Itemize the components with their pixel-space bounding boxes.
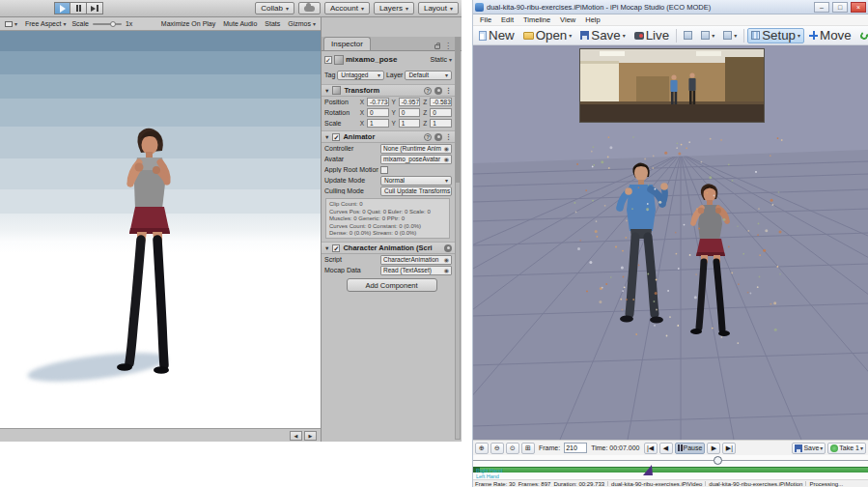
play-button[interactable] bbox=[54, 2, 70, 14]
foldout-icon[interactable]: ▼ bbox=[324, 134, 329, 140]
live-button[interactable]: Live bbox=[630, 28, 673, 43]
help-icon[interactable]: ? bbox=[424, 133, 432, 141]
tab-menu-icon[interactable]: ⋮ bbox=[444, 42, 452, 50]
gizmos-dropdown[interactable]: Gizmos▾ bbox=[286, 18, 318, 30]
culling-mode-dropdown[interactable]: Cull Update Transforms▾ bbox=[380, 186, 452, 196]
menu-dots-icon[interactable]: ⋮ bbox=[445, 87, 452, 95]
layout-dropdown[interactable]: Layout▾ bbox=[418, 2, 459, 14]
help-icon[interactable]: ? bbox=[424, 87, 432, 95]
step-button[interactable] bbox=[87, 2, 103, 14]
rotation-x-field[interactable]: 0 bbox=[367, 108, 389, 117]
scale-x-field[interactable]: 1 bbox=[367, 119, 389, 128]
game-viewport[interactable] bbox=[0, 31, 321, 428]
view-option-button[interactable] bbox=[680, 28, 696, 43]
avatar-object-field[interactable]: mixamo_poseAvatar◉ bbox=[380, 155, 452, 164]
script-enabled-checkbox[interactable]: ✓ bbox=[332, 244, 340, 252]
frame-input[interactable] bbox=[564, 443, 587, 453]
step-back-button[interactable]: ◀ bbox=[659, 443, 673, 454]
menu-dots-icon[interactable]: ⋮ bbox=[445, 133, 452, 141]
layers-dropdown[interactable]: Layers▾ bbox=[374, 2, 414, 14]
display-mode-dropdown[interactable]: ▾ bbox=[719, 28, 741, 43]
character-animation-component-header[interactable]: ▼ ✓ Character Animation (Scri bbox=[322, 242, 455, 254]
save-button[interactable]: Save▾ bbox=[576, 28, 629, 43]
display-dropdown[interactable]: ▾ bbox=[3, 18, 19, 30]
scale-slider[interactable] bbox=[93, 23, 122, 25]
tab-inspector[interactable]: Inspector bbox=[323, 37, 371, 50]
scale-slider-knob[interactable] bbox=[110, 21, 116, 27]
fit-view-icon[interactable]: ⊞ bbox=[521, 443, 535, 454]
script-object-field[interactable]: CharacterAnimation◉ bbox=[380, 255, 452, 265]
position-x-field[interactable]: -0.7734 bbox=[367, 98, 389, 106]
zoom-region-icon[interactable]: ⊙ bbox=[506, 443, 519, 454]
layer-dropdown[interactable]: Default▾ bbox=[405, 71, 452, 80]
root-motion-checkbox[interactable] bbox=[380, 166, 388, 174]
minimize-button[interactable]: – bbox=[814, 2, 829, 13]
menu-help[interactable]: Help bbox=[580, 15, 604, 24]
go-to-start-button[interactable]: |◀ bbox=[644, 443, 658, 454]
title-bar[interactable]: dual-kita-90-ribu-exercises.iPiMotion - … bbox=[473, 0, 868, 14]
menu-view[interactable]: View bbox=[555, 15, 580, 24]
maximize-button[interactable]: □ bbox=[832, 2, 848, 13]
setup-button[interactable]: Setup▾ bbox=[747, 28, 804, 43]
rotation-z-field[interactable]: 0 bbox=[430, 108, 452, 117]
collab-dropdown[interactable]: Collab▾ bbox=[255, 2, 294, 14]
gear-icon[interactable] bbox=[434, 133, 442, 141]
object-picker-icon[interactable]: ◉ bbox=[444, 145, 449, 152]
tag-dropdown[interactable]: Untagged▾ bbox=[337, 71, 384, 80]
scale-z-field[interactable]: 1 bbox=[430, 119, 452, 128]
foldout-icon[interactable]: ▼ bbox=[324, 88, 329, 94]
pause-button[interactable]: Pause bbox=[675, 443, 706, 454]
timeline-track-bar[interactable] bbox=[473, 467, 868, 473]
controller-object-field[interactable]: None (Runtime Anim◉ bbox=[380, 144, 452, 154]
maximize-on-play-toggle[interactable]: Maximize On Play bbox=[159, 18, 217, 30]
gear-icon[interactable] bbox=[434, 87, 442, 95]
object-picker-icon[interactable]: ◉ bbox=[444, 267, 449, 273]
scale-y-field[interactable]: 1 bbox=[399, 119, 421, 128]
add-component-button[interactable]: Add Component bbox=[347, 278, 437, 292]
save-take-button[interactable]: Save▾ bbox=[792, 443, 826, 454]
scrollbar-thumb[interactable] bbox=[456, 38, 460, 183]
rotation-y-field[interactable]: 0 bbox=[399, 108, 421, 117]
stats-toggle[interactable]: Stats bbox=[263, 18, 282, 30]
active-checkbox[interactable]: ✓ bbox=[324, 56, 332, 64]
lock-icon[interactable] bbox=[434, 44, 440, 49]
background-dropdown[interactable]: ▾ bbox=[697, 28, 718, 43]
prev-icon[interactable]: ◀ bbox=[290, 431, 302, 441]
menu-timeline[interactable]: Timeline bbox=[518, 15, 555, 24]
3d-viewport[interactable] bbox=[473, 45, 868, 440]
zoom-in-icon[interactable]: ⊕ bbox=[475, 443, 489, 454]
timeline-marker[interactable] bbox=[643, 465, 657, 475]
move-button[interactable]: Move bbox=[805, 28, 855, 43]
menu-edit[interactable]: Edit bbox=[496, 15, 518, 24]
account-dropdown[interactable]: Account▾ bbox=[324, 2, 370, 14]
take-dropdown[interactable]: Take 1▾ bbox=[827, 443, 866, 454]
aspect-dropdown[interactable]: Free Aspect▾ bbox=[23, 18, 68, 30]
gear-icon[interactable] bbox=[444, 244, 452, 252]
menu-file[interactable]: File bbox=[475, 15, 496, 24]
rotate-button[interactable]: Rotate bbox=[856, 28, 868, 43]
timeline-scrub-handle[interactable] bbox=[714, 456, 722, 465]
object-picker-icon[interactable]: ◉ bbox=[444, 156, 449, 162]
animator-enabled-checkbox[interactable]: ✓ bbox=[332, 133, 340, 141]
position-z-field[interactable]: -0.5839 bbox=[430, 98, 452, 106]
static-toggle[interactable]: Static▾ bbox=[430, 56, 452, 63]
foldout-icon[interactable]: ▼ bbox=[324, 245, 329, 251]
timeline-scrub-track[interactable] bbox=[473, 460, 868, 461]
go-to-end-button[interactable]: ▶| bbox=[722, 443, 736, 454]
next-icon[interactable]: ▶ bbox=[304, 431, 317, 441]
mute-audio-toggle[interactable]: Mute Audio bbox=[221, 18, 259, 30]
object-picker-icon[interactable]: ◉ bbox=[444, 256, 449, 263]
animator-component-header[interactable]: ▼ ✓ Animator ?⋮ bbox=[322, 130, 455, 143]
new-button[interactable]: New bbox=[475, 28, 518, 43]
open-button[interactable]: Open▾ bbox=[519, 28, 576, 43]
cloud-button[interactable] bbox=[298, 2, 321, 14]
step-forward-button[interactable]: ▶ bbox=[707, 443, 720, 454]
position-y-field[interactable]: -0.9575 bbox=[399, 98, 421, 106]
pause-button[interactable] bbox=[70, 2, 87, 14]
inspector-scrollbar[interactable] bbox=[455, 37, 461, 440]
transform-component-header[interactable]: ▼ Transform ?⋮ bbox=[322, 84, 455, 97]
zoom-out-icon[interactable]: ⊖ bbox=[490, 443, 504, 454]
mocap-data-object-field[interactable]: Read (TextAsset)◉ bbox=[380, 266, 452, 275]
close-button[interactable]: × bbox=[851, 2, 866, 13]
update-mode-dropdown[interactable]: Normal▾ bbox=[380, 176, 452, 186]
